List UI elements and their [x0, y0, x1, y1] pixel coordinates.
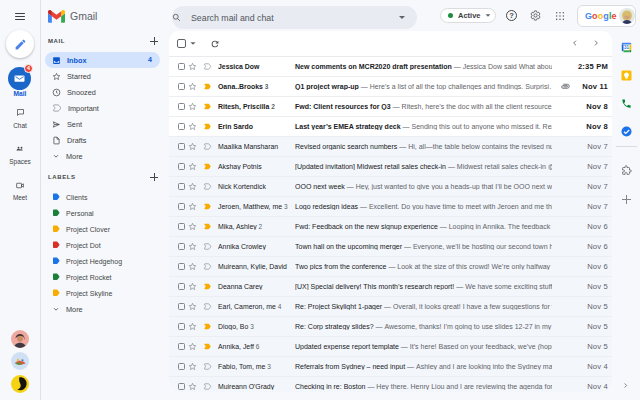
svg-text:31: 31: [624, 45, 630, 50]
